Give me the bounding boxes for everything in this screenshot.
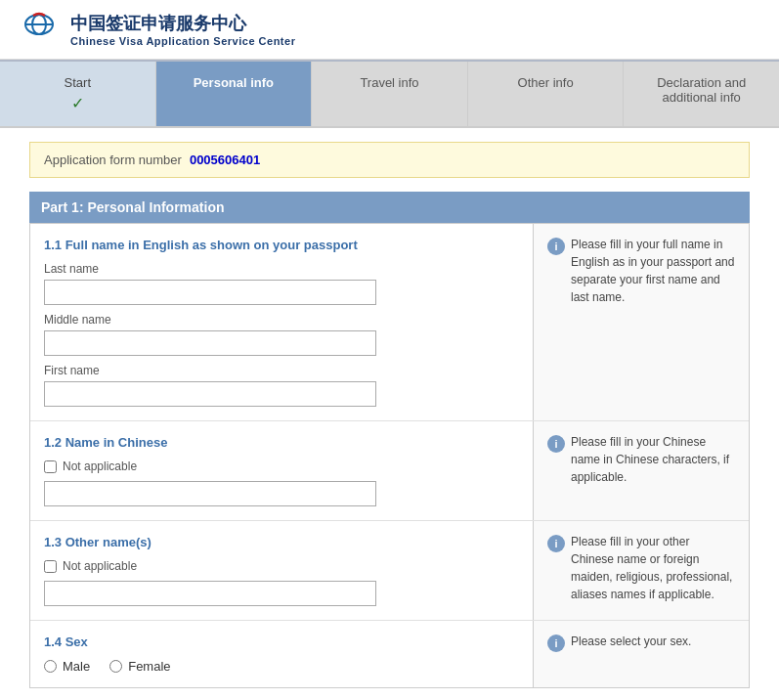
female-option[interactable]: Female	[109, 659, 170, 674]
field-1-3-title: 1.3 Other name(s)	[44, 535, 519, 549]
field-1-3-checkbox-row: Not applicable	[44, 559, 519, 573]
field-1-4-hint: i Please select your sex.	[534, 621, 749, 687]
first-name-input[interactable]	[44, 381, 376, 407]
tab-other-label: Other info	[518, 75, 574, 90]
info-icon-1-4: i	[547, 634, 565, 652]
logo-text: 中国签证申请服务中心 Chinese Visa Application Serv…	[70, 12, 295, 47]
field-1-4-left: 1.4 Sex Male Female	[30, 621, 534, 687]
logo-english: Chinese Visa Application Service Center	[70, 35, 295, 47]
male-option[interactable]: Male	[44, 659, 90, 674]
tab-start[interactable]: Start ✓	[0, 62, 156, 126]
first-name-label: First name	[44, 364, 519, 377]
tab-other[interactable]: Other info	[468, 62, 625, 126]
app-number-value: 0005606401	[190, 153, 260, 167]
field-1-2-checkbox-label: Not applicable	[63, 459, 137, 473]
header: 中国签证申请服务中心 Chinese Visa Application Serv…	[0, 0, 779, 60]
field-1-2-hint: i Please fill in your Chinese name in Ch…	[534, 421, 749, 520]
nav-tabs: Start ✓ Personal info Travel info Other …	[0, 62, 779, 128]
field-1-3-hint: i Please fill in your other Chinese name…	[534, 521, 749, 620]
middle-name-input[interactable]	[44, 330, 376, 356]
tab-travel[interactable]: Travel info	[312, 62, 468, 126]
field-1-2-checkbox-row: Not applicable	[44, 459, 519, 473]
male-label: Male	[63, 659, 90, 674]
field-1-3-hint-text: Please fill in your other Chinese name o…	[571, 533, 735, 608]
info-icon-1-3: i	[547, 535, 565, 552]
field-1-4-row: 1.4 Sex Male Female i Please s	[30, 621, 749, 687]
tab-travel-label: Travel info	[360, 75, 418, 90]
tab-personal[interactable]: Personal info	[156, 62, 313, 126]
field-1-1-hint: i Please fill in your full name in Engli…	[534, 224, 749, 420]
field-1-4-title: 1.4 Sex	[44, 634, 519, 649]
info-icon-1-2: i	[547, 435, 565, 453]
field-1-1-left: 1.1 Full name in English as shown on you…	[30, 224, 534, 420]
last-name-label: Last name	[44, 262, 519, 276]
male-radio[interactable]	[44, 660, 57, 673]
field-1-2-hint-text: Please fill in your Chinese name in Chin…	[571, 433, 735, 508]
content-area: Application form number 0005606401 Part …	[0, 142, 779, 700]
tab-personal-label: Personal info	[194, 75, 274, 90]
field-1-3-checkbox[interactable]	[44, 560, 57, 573]
app-number-bar: Application form number 0005606401	[29, 142, 750, 178]
field-1-3-left: 1.3 Other name(s) Not applicable	[30, 521, 534, 620]
middle-name-label: Middle name	[44, 313, 519, 327]
info-icon-1-1: i	[547, 238, 565, 255]
female-radio[interactable]	[109, 660, 122, 673]
field-1-2-left: 1.2 Name in Chinese Not applicable	[30, 421, 534, 520]
section-header: Part 1: Personal Information	[29, 192, 750, 223]
field-1-3-row: 1.3 Other name(s) Not applicable i Pleas…	[30, 521, 749, 621]
section-title: Part 1: Personal Information	[41, 199, 224, 215]
field-1-2-row: 1.2 Name in Chinese Not applicable i Ple…	[30, 421, 749, 521]
logo-icon	[20, 10, 59, 49]
field-1-2-title: 1.2 Name in Chinese	[44, 435, 519, 450]
form-section: 1.1 Full name in English as shown on you…	[29, 223, 750, 688]
chinese-name-input[interactable]	[44, 481, 376, 506]
field-1-1-row: 1.1 Full name in English as shown on you…	[30, 224, 749, 421]
field-1-3-checkbox-label: Not applicable	[63, 559, 137, 573]
field-1-2-checkbox[interactable]	[44, 460, 57, 473]
field-1-1-hint-text: Please fill in your full name in English…	[571, 236, 735, 409]
logo-chinese: 中国签证申请服务中心	[70, 12, 295, 35]
last-name-input[interactable]	[44, 280, 376, 305]
tab-start-label: Start	[65, 75, 91, 90]
female-label: Female	[128, 659, 170, 674]
field-1-1-title: 1.1 Full name in English as shown on you…	[44, 238, 519, 252]
tab-declaration[interactable]: Declaration and additional info	[624, 62, 779, 126]
app-number-label: Application form number	[44, 153, 182, 167]
tab-start-checkmark: ✓	[10, 94, 146, 112]
sex-radio-row: Male Female	[44, 659, 519, 674]
tab-declaration-label: Declaration and additional info	[657, 75, 746, 105]
other-name-input[interactable]	[44, 581, 376, 606]
field-1-4-hint-text: Please select your sex.	[571, 633, 691, 676]
